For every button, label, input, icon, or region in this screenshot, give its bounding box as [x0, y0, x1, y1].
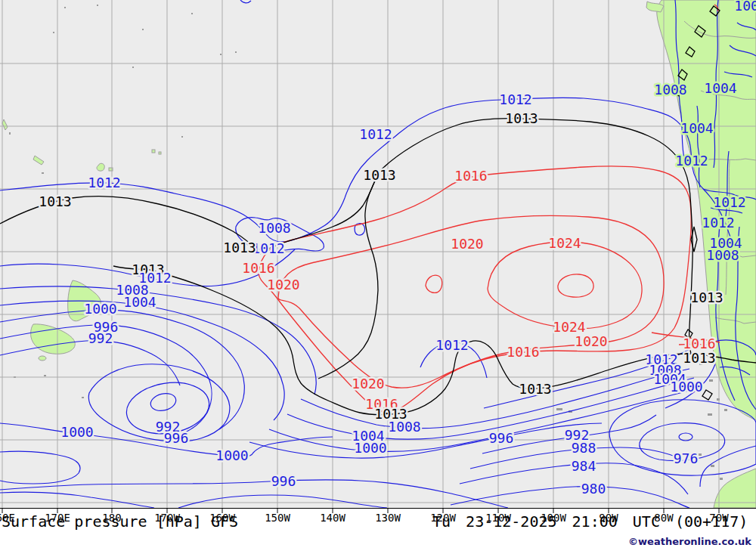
isobar-label-1012: 1012 — [713, 194, 745, 210]
isobar-label-996: 996 — [164, 430, 189, 446]
isobar-label-996: 996 — [271, 473, 296, 489]
isobar-label-1004: 1004 — [734, 0, 756, 14]
isobar-label-1024: 1024 — [553, 319, 585, 335]
surface-pressure-map: 1013101210131012100810041000996992101210… — [0, 0, 756, 554]
isobar-label-1020: 1020 — [575, 333, 607, 349]
island-small-3 — [159, 152, 161, 154]
isobar-label-1004: 1004 — [704, 80, 736, 96]
isobar-label-1000: 1000 — [354, 440, 386, 456]
isobar-label-1020: 1020 — [352, 376, 384, 392]
isobar-label-980: 980 — [581, 481, 606, 497]
isobar-label-1008: 1008 — [706, 247, 739, 263]
longitude-label-140W: 140W — [320, 512, 345, 524]
isobar-label-1013: 1013 — [363, 167, 395, 183]
map-valid-time: Tu 23-12-2025 21:00 UTC (00+117) — [432, 514, 748, 529]
longitude-label-130W: 130W — [375, 512, 401, 524]
isobar-label-1012: 1012 — [88, 175, 120, 190]
isobar-label-1013: 1013 — [39, 193, 71, 209]
weather-map-frame: 1013101210131012100810041000996992101210… — [0, 0, 756, 554]
isobar-label-1000: 1000 — [670, 379, 702, 395]
isobar-label-1012: 1012 — [675, 153, 708, 169]
land-stewart-island — [39, 356, 46, 361]
isobar-label-1012: 1012 — [435, 337, 468, 353]
isobar-label-1016: 1016 — [507, 344, 539, 360]
isobar-label-996: 996 — [489, 430, 514, 446]
isobar-label-1024: 1024 — [548, 235, 581, 251]
isobar-label-1012: 1012 — [702, 215, 734, 231]
isobar-label-1008: 1008 — [654, 82, 686, 97]
isobar-label-992: 992 — [88, 330, 113, 346]
isobar-label-1013: 1013 — [505, 110, 538, 126]
isobar-label-1012: 1012 — [359, 126, 392, 142]
isobar-label-1004: 1004 — [123, 294, 156, 310]
isobar-label-1013: 1013 — [683, 350, 715, 366]
isobar-label-1012: 1012 — [252, 240, 284, 256]
isobar-label-1000: 1000 — [215, 447, 248, 463]
isobar-label-1008: 1008 — [388, 419, 420, 435]
isobar-label-988: 988 — [572, 440, 596, 456]
isobar-label-1000: 1000 — [60, 424, 93, 440]
map-title: Surface pressure [hPa] GFS — [2, 514, 238, 529]
isobar-label-1008: 1008 — [258, 220, 290, 236]
isobar-label-1020: 1020 — [267, 277, 299, 292]
isobar-label-1013: 1013 — [690, 289, 723, 305]
isobar-label-1013: 1013 — [223, 240, 256, 255]
isobar-label-1020: 1020 — [451, 236, 483, 252]
isobar-label-976: 976 — [674, 450, 699, 466]
isobar-label-1016: 1016 — [454, 168, 487, 184]
isobar-label-984: 984 — [572, 458, 596, 474]
isobar-label-1016: 1016 — [683, 336, 715, 351]
watermark-link: ©weatheronline.co.uk — [628, 536, 751, 547]
isobar-label-1012: 1012 — [499, 91, 531, 107]
isobar-label-1013: 1013 — [519, 381, 551, 397]
isobar-label-1004: 1004 — [680, 120, 713, 136]
isobar-label-1000: 1000 — [84, 301, 116, 317]
island-small-2 — [152, 150, 155, 153]
isobar-label-1016: 1016 — [242, 260, 274, 276]
longitude-label-150W: 150W — [265, 512, 290, 524]
